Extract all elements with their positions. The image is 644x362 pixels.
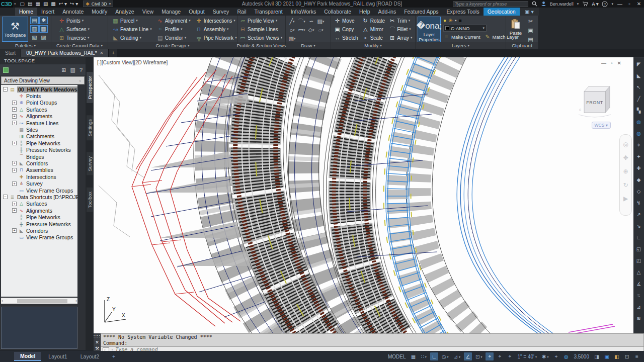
region-tool-icon[interactable]: ◇ ▾ — [307, 26, 315, 34]
annotation-monitor-toggle[interactable]: ◨ — [593, 352, 601, 360]
ribbon-tab-home[interactable]: Home — [15, 8, 37, 16]
parcel-button[interactable]: ▦Parcel▾ — [112, 17, 152, 25]
undo-icon[interactable]: ↩ ▾ — [59, 1, 67, 7]
save-icon[interactable]: ▦ — [35, 1, 40, 7]
tree-item-sites[interactable]: ▦Sites — [1, 126, 77, 133]
tree-expander-icon[interactable]: + — [12, 121, 17, 125]
object-snap-toggle[interactable]: ⌖ — [486, 352, 494, 360]
gradient-tool-icon[interactable]: ▧ ▾ — [288, 35, 296, 42]
tree-item-pipe-networks[interactable]: ╬Pipe Networks — [1, 214, 77, 220]
annotation-tool-icon-19[interactable]: △ — [637, 267, 641, 278]
tree-item-data-shortcuts-d-projects-road[interactable]: −≣Data Shortcuts [D:\PROJECTS\ROAD\... — [1, 194, 77, 200]
toolspace-title[interactable]: TOOLSPACE — [0, 57, 86, 64]
user-menu-arrow-icon[interactable]: ▾ — [577, 2, 579, 6]
calculator-icon[interactable]: ▨ — [39, 34, 48, 41]
tree-expander-icon[interactable]: + — [12, 182, 17, 186]
wcs-selector[interactable]: WCS ▾ — [592, 122, 611, 129]
ribbon-tab-output[interactable]: Output — [185, 8, 209, 16]
ribbon-tab-annotate[interactable]: Annotate — [58, 8, 88, 16]
tree-item-surfaces[interactable]: +△Surfaces — [1, 106, 77, 113]
file-tab-start[interactable]: Start — [0, 49, 21, 57]
tree-item-view-frame-groups[interactable]: ▭View Frame Groups — [1, 187, 77, 194]
annotation-tool-icon-22[interactable]: ⊿ — [636, 302, 640, 312]
close-button[interactable]: ✕ — [636, 1, 642, 7]
annotation-tool-icon-2[interactable]: ◣ — [637, 70, 641, 81]
viewport-controls-label[interactable]: [-][Custom View][2D Wireframe] — [97, 60, 168, 65]
layer-dropdown[interactable]: C-ANNO ▾ — [443, 25, 487, 32]
ellipse-tool-icon[interactable]: ◌ ▾ — [316, 26, 325, 34]
tree-item-corridors[interactable]: +◣Corridors — [1, 160, 77, 166]
polar-tracking-toggle[interactable]: ◷▾ — [440, 352, 450, 360]
graphics-performance-toggle[interactable]: ◧ — [613, 352, 621, 360]
ortho-mode-toggle[interactable]: ∟ — [430, 352, 438, 360]
mirror-button[interactable]: △Mirror — [362, 25, 385, 33]
tree-item-catchments[interactable]: ◨Catchments — [1, 133, 77, 140]
new-drawing-tab-button[interactable]: + — [109, 49, 117, 57]
ribbon-tab-infraworks[interactable]: InfraWorks — [287, 8, 320, 16]
tree-item-bridges[interactable]: ⌒Bridges — [1, 153, 77, 160]
layout-tab-layout2[interactable]: Layout2 — [74, 352, 105, 360]
corridor-model-canvas[interactable] — [94, 57, 644, 333]
annotation-tool-icon-4[interactable]: ╱ — [637, 94, 640, 104]
orbit-icon[interactable]: ↻ — [623, 182, 628, 189]
ribbon-tab-express-tools[interactable]: Express Tools — [443, 8, 484, 16]
drawing-close-button[interactable]: ✕ — [617, 60, 621, 66]
palettes-panel-label[interactable]: Palettes▾ — [0, 42, 51, 49]
tree-expander-icon[interactable]: + — [12, 208, 17, 213]
new-layout-button[interactable]: + — [106, 352, 121, 360]
feature-line-button[interactable]: ↝Feature Line▾ — [112, 25, 152, 33]
showmotion-icon[interactable]: ▶ — [623, 195, 628, 202]
search-icon[interactable] — [532, 1, 537, 7]
minimize-button[interactable]: — — [617, 1, 623, 7]
annotation-tool-icon-11[interactable]: ◆ — [637, 174, 641, 185]
settings-palette-icon[interactable]: ✱ — [39, 17, 48, 24]
annotation-tool-icon-20[interactable]: ∡ — [636, 279, 641, 289]
application-menu-button[interactable]: C3D — [0, 0, 13, 8]
command-wrench-icon[interactable]: ⚒ — [95, 346, 99, 351]
application-menu-arrow-icon[interactable]: ▾ — [14, 2, 16, 6]
ribbon-tab-help[interactable]: Help — [355, 8, 374, 16]
active-drawing-view-selector[interactable]: Active Drawing View⌄ — [1, 76, 85, 84]
tree-horizontal-scrollbar[interactable]: ‹ › — [1, 298, 77, 304]
annotation-tool-icon-5[interactable]: ▚ — [637, 105, 641, 116]
snap-mode-toggle[interactable]: ∷▾ — [419, 352, 428, 360]
tree-item-alignments[interactable]: +∿Alignments — [1, 207, 77, 214]
toolspace-tab-settings[interactable]: Settings — [87, 115, 93, 140]
scroll-right-arrow-icon[interactable]: › — [75, 299, 77, 303]
ribbon-tab-manage[interactable]: Manage — [157, 8, 185, 16]
toolbox-palette-icon[interactable]: ▦ — [39, 25, 48, 33]
viewcube[interactable]: FRONT ⌂ — [578, 82, 613, 124]
annotation-tool-icon-23[interactable]: ≋ — [636, 313, 640, 324]
scale-button[interactable]: ▫Scale — [362, 34, 385, 42]
annotation-tool-icon-16[interactable]: ∟ — [636, 232, 641, 243]
alignment-button[interactable]: ∿Alignment▾ — [157, 17, 191, 25]
properties-palette-icon[interactable]: ▤ — [30, 17, 39, 24]
toolspace-tab-toolbox[interactable]: Toolbox — [87, 188, 93, 212]
map-tool-icon[interactable]: ◍ — [636, 128, 641, 139]
layer-lock-icon[interactable]: ▪ — [455, 18, 457, 23]
profile-view-button[interactable]: ▱Profile View▾ — [239, 17, 282, 25]
layer-freeze-icon[interactable]: ☀ — [448, 18, 453, 23]
annotation-tool-icon-12[interactable]: ◇ — [637, 186, 641, 197]
toolspace-tab-prospector[interactable]: Prospector — [87, 72, 93, 103]
object-snap-tracking-toggle[interactable]: ⌖ — [506, 352, 514, 360]
rotate-button[interactable]: ↻Rotate — [362, 17, 385, 25]
ribbon-tab-insert[interactable]: Insert — [37, 8, 58, 16]
command-close-icon[interactable]: ✕ — [95, 340, 99, 345]
copy-clip-icon[interactable]: ▣ — [526, 27, 535, 34]
ribbon-tab-geolocation[interactable]: Geolocation — [484, 8, 520, 16]
zoom-icon[interactable]: ⊕ — [623, 168, 628, 175]
search-input[interactable]: Type a keyword or phrase — [453, 1, 528, 7]
rectangle-tool-icon[interactable]: ▭ ▾ — [297, 26, 306, 34]
toolspace-tab-survey[interactable]: Survey — [87, 152, 93, 175]
sheet-set-manager-icon[interactable]: ▧ — [30, 34, 39, 41]
cut-icon[interactable]: ✂ — [526, 18, 535, 25]
tree-item-alignments[interactable]: +∿Alignments — [1, 113, 77, 120]
drawing-restore-button[interactable]: ▫ — [611, 60, 613, 66]
fillet-button[interactable]: ⌒Fillet▾ — [389, 25, 412, 33]
ribbon-tab-modify[interactable]: Modify — [88, 8, 111, 16]
scroll-left-arrow-icon[interactable]: ‹ — [2, 299, 3, 303]
isometric-drafting-toggle[interactable]: ⊿▾ — [452, 352, 462, 360]
help-icon[interactable]: ? — [602, 1, 608, 7]
ribbon-tab-analyze[interactable]: Analyze — [111, 8, 138, 16]
